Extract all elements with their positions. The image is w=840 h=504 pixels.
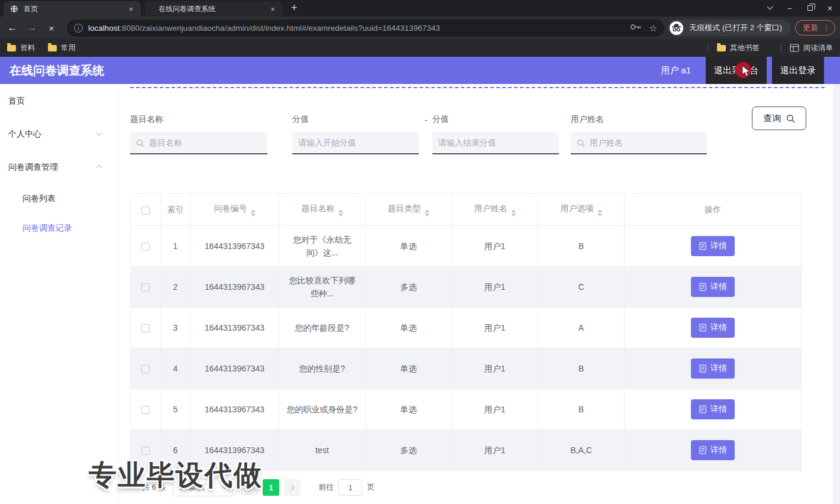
column-header-user[interactable]: 用户姓名	[452, 194, 538, 226]
cell-type: 单选	[366, 226, 452, 267]
column-header-question[interactable]: 题目名称	[279, 194, 366, 226]
bookmark-folder-changyong[interactable]: 常用	[48, 43, 76, 53]
minimize-button[interactable]: –	[780, 0, 800, 15]
cell-user: 用户1	[452, 348, 538, 389]
page-scrollbar[interactable]	[833, 84, 840, 504]
folder-icon	[717, 45, 726, 51]
sidebar-item-personal-center[interactable]: 个人中心	[0, 117, 118, 150]
search-button[interactable]: 查询	[752, 106, 806, 130]
cell-question: 您的职业或身份是?	[279, 389, 366, 430]
table-row: 2 1644313967343 您比较喜欢下列哪些种... 多选 用户1 C 详…	[131, 267, 802, 308]
sidebar: 首页 个人中心 问卷调查管理 问卷列表 问卷调查记录	[0, 84, 118, 504]
cell-index: 2	[161, 267, 190, 308]
incognito-icon	[669, 21, 684, 35]
sort-icon[interactable]	[597, 209, 602, 217]
column-header-paper-no[interactable]: 问卷编号	[190, 194, 279, 226]
reading-list-button[interactable]: 阅读清单	[790, 43, 833, 53]
cell-user: 用户1	[452, 308, 538, 348]
row-checkbox[interactable]	[141, 365, 150, 373]
page-number-button[interactable]: 1	[263, 479, 279, 496]
column-header-index: 索引	[161, 194, 190, 226]
menu-dots-icon[interactable]: ⋮	[822, 24, 830, 33]
stop-button[interactable]: ×	[44, 23, 59, 33]
table-row: 4 1644313967343 您的性别是? 单选 用户1 B 详情	[131, 348, 802, 389]
tab-title: 在线问卷调查系统	[159, 4, 269, 14]
filter-bar: 题目名称 分值 - 分值	[130, 88, 825, 154]
restore-button[interactable]	[800, 0, 820, 15]
cell-question: test	[279, 430, 366, 471]
key-icon[interactable]	[630, 23, 642, 33]
row-checkbox[interactable]	[141, 243, 150, 251]
cell-paper-no: 1644313967343	[190, 267, 279, 308]
browser-tab-home[interactable]: 首页 ×	[4, 1, 141, 17]
sidebar-item-survey-records[interactable]: 问卷调查记录	[0, 213, 118, 243]
cell-question: 您对于《永劫无间》这...	[279, 226, 366, 267]
goto-label: 前往	[318, 482, 334, 493]
sort-icon[interactable]	[425, 209, 429, 217]
page-unit-label: 页	[367, 482, 374, 493]
tab-title: 首页	[24, 4, 127, 14]
row-checkbox[interactable]	[141, 406, 150, 414]
bookmark-folder-ziliao[interactable]: 资料	[7, 43, 35, 53]
cell-question: 您的性别是?	[279, 348, 366, 389]
forward-button[interactable]: →	[24, 22, 40, 34]
goto-page-input[interactable]	[338, 479, 362, 496]
cell-type: 多选	[366, 267, 452, 308]
cell-option: B	[538, 348, 625, 389]
sort-icon[interactable]	[511, 209, 516, 217]
sort-icon[interactable]	[251, 209, 256, 217]
new-tab-button[interactable]: +	[291, 2, 298, 14]
chevron-down-icon	[96, 130, 102, 136]
detail-button[interactable]: 详情	[691, 318, 735, 338]
tab-search-button[interactable]	[760, 0, 780, 15]
close-window-button[interactable]: ×	[820, 0, 840, 15]
column-header-type[interactable]: 题目类型	[366, 194, 452, 226]
bookmark-star-icon[interactable]: ☆	[649, 22, 657, 34]
address-bar[interactable]: i localhost:8080/zaixianwenjuandiaocha/a…	[67, 20, 664, 37]
other-bookmarks-button[interactable]: 其他书签	[717, 43, 760, 53]
divider	[781, 43, 781, 53]
bookmarks-bar: 资料 常用 其他书签 阅读清单	[0, 39, 840, 57]
sidebar-item-survey-list[interactable]: 问卷列表	[0, 183, 118, 213]
sort-icon[interactable]	[338, 209, 343, 217]
logout-button[interactable]: 退出登录	[772, 57, 824, 84]
cell-paper-no: 1644313967343	[190, 226, 279, 267]
browser-tab-survey-system[interactable]: 在线问卷调查系统 ×	[146, 1, 283, 17]
user-name-input[interactable]	[571, 132, 707, 153]
chrome-update-button[interactable]: 更新 ⋮	[795, 20, 835, 35]
cell-user: 用户1	[452, 430, 538, 471]
folder-icon	[7, 45, 16, 51]
sidebar-item-survey-management[interactable]: 问卷调查管理	[0, 150, 118, 183]
detail-button[interactable]: 详情	[691, 236, 735, 256]
incognito-badge[interactable]: 无痕模式 (已打开 2 个窗口)	[668, 20, 790, 36]
row-checkbox[interactable]	[141, 447, 150, 455]
column-header-option[interactable]: 用户选项	[538, 194, 625, 226]
score-end-input[interactable]	[432, 132, 559, 153]
divider	[708, 43, 709, 53]
tab-close-icon[interactable]: ×	[127, 5, 135, 14]
select-all-checkbox[interactable]	[141, 206, 150, 215]
table-header-row: 索引 问卷编号 题目名称 题目类型 用户姓名 用户选项 操作	[131, 194, 802, 226]
back-button[interactable]: ←	[5, 22, 20, 34]
row-checkbox[interactable]	[141, 324, 150, 332]
question-name-input[interactable]	[130, 132, 267, 153]
next-page-button[interactable]	[284, 479, 301, 496]
search-icon	[786, 114, 795, 123]
current-user-label: 用户 a1	[651, 57, 700, 84]
cell-user: 用户1	[452, 389, 538, 430]
detail-button[interactable]: 详情	[691, 440, 735, 460]
detail-button[interactable]: 详情	[691, 399, 735, 419]
detail-button[interactable]: 详情	[691, 277, 735, 297]
cell-user: 用户1	[452, 267, 538, 308]
score-start-input[interactable]	[292, 132, 419, 153]
cell-index: 1	[161, 226, 190, 267]
incognito-label: 无痕模式 (已打开 2 个窗口)	[689, 22, 782, 33]
cell-option: B	[538, 389, 625, 430]
row-checkbox[interactable]	[141, 283, 150, 292]
table-row: 1 1644313967343 您对于《永劫无间》这... 单选 用户1 B 详…	[131, 226, 802, 267]
folder-icon	[48, 45, 57, 51]
detail-button[interactable]: 详情	[691, 358, 735, 379]
tab-close-icon[interactable]: ×	[269, 5, 277, 14]
sidebar-item-home[interactable]: 首页	[0, 84, 118, 117]
site-info-icon[interactable]: i	[74, 24, 83, 33]
